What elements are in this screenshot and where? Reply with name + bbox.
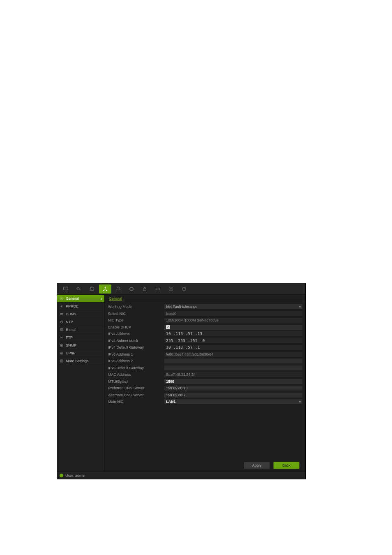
sidebar-item-more-settings[interactable]: More Settings [57,357,104,365]
value-ipv4-mask: 255 .255 .255 .0 [164,338,303,344]
ddns-icon [60,312,64,316]
refresh-icon[interactable] [86,284,98,294]
svg-rect-16 [60,337,62,338]
sidebar-item-general[interactable]: General [57,295,104,303]
label-alt-dns: Alternate DNS Server [107,393,164,397]
value-ipv6-addr1: fe80::8ee7:48ff:fe31:5630/64 [164,352,303,357]
sidebar: General PPPOE DDNS NTP E-mail FTP [57,295,105,472]
sidebar-item-label: E-mail [66,328,76,332]
app-window: ? General PPPOE DDNS NTP [57,283,306,479]
tab-general[interactable]: General [107,296,124,302]
label-nic-type: NIC Type [107,318,164,322]
row-working-mode: Working Mode Net Fault-tolerance [107,303,303,310]
svg-point-5 [130,287,133,290]
network-icon[interactable] [99,284,111,294]
svg-rect-6 [143,289,146,291]
sidebar-item-snmp[interactable]: SNMP [57,342,104,349]
svg-point-12 [61,298,62,299]
svg-text:?: ? [170,288,172,290]
row-ipv6-gateway: IPv6 Default Gateway [107,365,303,372]
label-select-nic: Select NIC [107,312,164,316]
row-nic-type: NIC Type 10M/100M/1000M Self-adaptive [107,317,303,324]
label-working-mode: Working Mode [107,305,164,309]
power-icon[interactable] [178,284,190,294]
gear-icon [60,296,64,301]
status-dot-icon [60,474,63,477]
sidebar-item-label: General [66,296,79,301]
svg-point-19 [61,345,62,346]
row-mac: MAC Address 8c:e7:48:31:56:3f [107,371,303,378]
sidebar-item-label: PPPOE [66,304,78,308]
svg-rect-13 [60,313,63,314]
row-main-nic: Main NIC LAN1 [107,398,303,405]
sidebar-item-ntp[interactable]: NTP [57,318,104,326]
row-ipv6-addr2: IPv6 Address 2 [107,358,303,365]
lock-icon[interactable] [138,284,151,294]
label-ipv4-gateway: IPv4 Default Gateway [107,345,164,349]
row-alt-dns: Alternate DNS Server 159.82.80.7 [107,392,303,399]
alert-icon[interactable] [112,284,125,294]
help-icon[interactable]: ? [165,284,177,294]
label-main-nic: Main NIC [107,400,164,404]
back-button[interactable]: Back [273,462,300,469]
email-icon [60,328,64,332]
main-area: General PPPOE DDNS NTP E-mail FTP [57,295,305,472]
input-alt-dns[interactable]: 159.82.80.7 [164,392,303,398]
svg-rect-0 [64,287,68,290]
snmp-icon [60,343,64,347]
footer-buttons: Apply Back [105,459,305,472]
svg-rect-7 [156,288,159,290]
input-ipv6-gateway[interactable] [164,365,303,371]
status-bar: User: admin [57,472,305,479]
label-ipv4-address: IPv4 Address [107,332,164,336]
value-mac: 8c:e7:48:31:56:3f [164,372,303,377]
ntp-icon [60,320,64,324]
record-icon[interactable] [125,284,138,294]
value-select-nic: bond0 [164,311,303,317]
select-working-mode[interactable]: Net Fault-tolerance [164,304,303,310]
sidebar-item-label: FTP [66,335,73,340]
upnp-icon [60,351,64,355]
status-user: User: admin [65,474,85,478]
row-ipv6-addr1: IPv6 Address 1 fe80::8ee7:48ff:fe31:5630… [107,351,303,358]
value-ipv4-gateway: 10 .113 .57 .1 [164,345,303,350]
sidebar-item-label: UPnP [66,351,76,355]
tab-row: General [105,295,305,302]
label-mtu: MTU(Bytes) [107,379,164,384]
sidebar-item-upnp[interactable]: UPnP [57,349,104,357]
input-mtu[interactable]: 1500 [164,379,303,384]
select-main-nic[interactable]: LAN1 [164,399,303,405]
checkbox-enable-dhcp[interactable]: ✓ [164,324,303,330]
label-ipv6-gateway: IPv6 Default Gateway [107,366,164,370]
check-icon: ✓ [166,325,170,329]
svg-point-8 [157,289,157,289]
label-ipv6-addr2: IPv6 Address 2 [107,359,164,363]
row-ipv4-address: IPv4 Address 10 .113 .57 .13 [107,331,303,338]
sidebar-item-email[interactable]: E-mail [57,326,104,334]
row-ipv4-gateway: IPv4 Default Gateway 10 .113 .57 .1 [107,344,303,351]
input-ipv6-addr2[interactable] [164,358,303,364]
sidebar-item-label: SNMP [66,343,76,347]
svg-point-1 [79,289,80,290]
apply-button[interactable]: Apply [244,462,270,469]
ftp-icon [60,335,64,340]
sidebar-item-label: More Settings [66,359,89,363]
svg-point-2 [105,287,106,287]
sidebar-item-ddns[interactable]: DDNS [57,310,104,318]
camera-icon[interactable] [73,284,85,294]
row-select-nic: Select NIC bond0 [107,310,303,317]
label-pref-dns: Preferred DNS Server [107,386,164,390]
sidebar-item-ftp[interactable]: FTP [57,334,104,342]
label-ipv4-mask: IPv4 Subnet Mask [107,339,164,343]
pppoe-icon [60,304,64,308]
sidebar-item-label: NTP [66,320,73,324]
value-nic-type: 10M/100M/1000M Self-adaptive [164,317,303,323]
top-toolbar: ? [57,283,305,295]
sidebar-item-pppoe[interactable]: PPPOE [57,303,104,310]
input-pref-dns[interactable]: 159.82.80.13 [164,385,303,391]
row-mtu: MTU(Bytes) 1500 [107,378,303,385]
value-ipv4-address: 10 .113 .57 .13 [164,331,303,337]
hdd-icon[interactable] [152,284,164,294]
settings-form: Working Mode Net Fault-tolerance Select … [105,302,305,459]
monitor-icon[interactable] [60,284,72,294]
